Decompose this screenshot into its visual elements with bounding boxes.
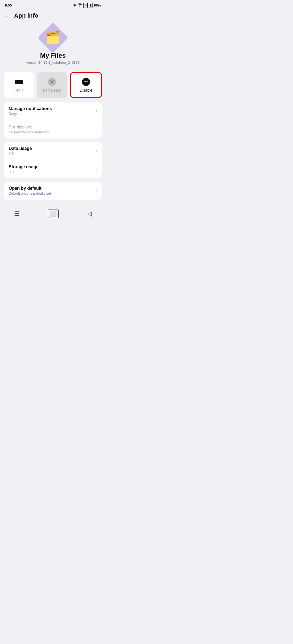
page-title: App info [14, 12, 38, 19]
storage-usage-row[interactable]: Storage usage 0 B › [4, 160, 102, 178]
wifi-icon [78, 3, 82, 7]
data-usage-row[interactable]: Data usage 0 B › [4, 142, 102, 160]
open-label: Open [14, 88, 24, 92]
status-time: 9:55 [5, 3, 12, 7]
open-button[interactable]: Open [4, 72, 34, 98]
app-icon: 🗂️ [42, 27, 64, 49]
open-by-default-chevron: › [96, 188, 97, 193]
open-by-default-subtitle: Default options partially set [9, 191, 94, 195]
folder-icon: 🗂️ [46, 31, 60, 45]
battery-x-icon: ✕ [83, 3, 88, 8]
app-name: My Files [40, 52, 66, 59]
force-stop-label: Force stop [43, 88, 61, 92]
manage-notifications-title: Manage notifications [9, 106, 94, 111]
svg-rect-0 [15, 80, 23, 84]
notifications-section: Manage notifications Deny › Permissions … [4, 102, 102, 139]
battery-percent: 90% [94, 3, 101, 7]
permissions-title: Permissions [9, 125, 94, 130]
action-buttons-row: Open Force stop Disable [4, 72, 102, 98]
manage-notifications-chevron: › [96, 108, 97, 113]
data-usage-subtitle: 0 B [9, 152, 94, 156]
storage-usage-chevron: › [96, 167, 97, 172]
open-by-default-row[interactable]: Open by default Default options partiall… [4, 182, 102, 200]
menu-nav-icon[interactable]: ☰ [14, 210, 20, 217]
manage-notifications-row[interactable]: Manage notifications Deny › [4, 102, 102, 120]
permissions-subtitle: No permissions requested [9, 130, 94, 134]
data-usage-chevron: › [96, 148, 97, 153]
permissions-chevron: › [96, 127, 97, 132]
back-nav-icon[interactable]: ◁ [87, 210, 92, 217]
open-icon [15, 78, 23, 86]
disable-button[interactable]: Disable [70, 72, 102, 98]
open-by-default-title: Open by default [9, 186, 94, 191]
app-version: version 14.12.2_dcbdebe_240327 [26, 60, 80, 65]
app-info-area: 🗂️ My Files version 14.12.2_dcbdebe_2403… [0, 22, 106, 67]
usage-section: Data usage 0 B › Storage usage 0 B › [4, 142, 102, 178]
bottom-nav: ☰ ⬜ ◁ [0, 205, 106, 224]
storage-usage-subtitle: 0 B [9, 170, 94, 174]
manage-notifications-subtitle: Deny [9, 112, 94, 116]
home-nav-icon[interactable]: ⬜ [48, 210, 59, 218]
permissions-row[interactable]: Permissions No permissions requested › [4, 120, 102, 139]
force-stop-button[interactable]: Force stop [37, 72, 67, 98]
battery-icon: ▮ [89, 3, 93, 8]
storage-usage-title: Storage usage [9, 165, 94, 169]
defaults-section: Open by default Default options partiall… [4, 182, 102, 200]
data-usage-title: Data usage [9, 146, 94, 151]
bluetooth-icon: ∗ [73, 3, 76, 7]
svg-rect-3 [84, 82, 88, 82]
back-button[interactable]: ← [4, 12, 10, 19]
top-bar: ← App info [0, 9, 106, 22]
status-bar: 9:55 ∗ ✕ ▮ 90% [0, 0, 106, 9]
disable-icon [82, 78, 90, 86]
disable-label: Disable [80, 88, 93, 92]
force-stop-icon [48, 78, 56, 86]
status-icons: ∗ ✕ ▮ 90% [73, 3, 101, 8]
